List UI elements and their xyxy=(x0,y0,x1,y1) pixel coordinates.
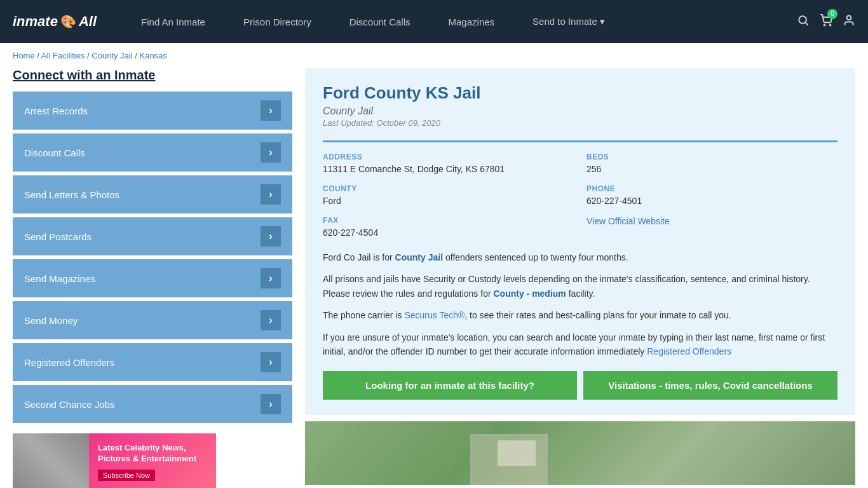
breadcrumb-all-facilities[interactable]: All Facilities xyxy=(41,51,85,60)
svg-line-1 xyxy=(806,22,808,25)
logo-text: inmate xyxy=(13,13,58,30)
phone-label: PHONE xyxy=(587,184,837,193)
sidebar-arrow: › xyxy=(261,352,281,372)
nav-discount-calls[interactable]: Discount Calls xyxy=(330,17,430,27)
sidebar: Connect with an Inmate Arrest Records › … xyxy=(13,68,292,488)
sidebar-item-send-magazines[interactable]: Send Magazines › xyxy=(13,259,292,297)
visitations-button[interactable]: Visitations - times, rules, Covid cancel… xyxy=(583,371,837,400)
main-container: Connect with an Inmate Arrest Records › … xyxy=(0,68,868,488)
sidebar-item-label: Second Chance Jobs xyxy=(24,399,115,410)
sidebar-arrow: › xyxy=(261,142,281,163)
sidebar-item-registered-offenders[interactable]: Registered Offenders › xyxy=(13,343,292,381)
beds-block: BEDS 256 xyxy=(587,152,837,174)
sidebar-arrow: › xyxy=(261,100,281,121)
facility-description: Ford Co Jail is for County Jail offender… xyxy=(323,250,837,358)
sidebar-arrow: › xyxy=(261,310,281,330)
sidebar-arrow: › xyxy=(261,268,281,288)
desc-paragraph-2: All prisons and jails have Security or C… xyxy=(323,272,837,301)
nav-icons: 0 xyxy=(797,14,855,30)
sidebar-item-label: Arrest Records xyxy=(24,105,88,116)
action-buttons: Looking for an inmate at this facility? … xyxy=(323,371,837,400)
breadcrumb-home[interactable]: Home xyxy=(13,51,35,60)
sidebar-item-send-letters[interactable]: Send Letters & Photos › xyxy=(13,175,292,214)
address-block: ADDRESS 11311 E Comanche St, Dodge City,… xyxy=(323,152,574,174)
facility-details: ADDRESS 11311 E Comanche St, Dodge City,… xyxy=(323,140,837,238)
facility-map xyxy=(305,421,855,485)
nav-send-to-inmate[interactable]: Send to Inmate ▾ xyxy=(513,16,624,27)
ad-banner[interactable]: Us Latest Celebrity News, Pictures & Ent… xyxy=(13,433,216,488)
county-value: Ford xyxy=(323,196,574,206)
desc-paragraph-1: Ford Co Jail is for County Jail offender… xyxy=(323,250,837,264)
nav-find-inmate[interactable]: Find An Inmate xyxy=(122,17,224,27)
svg-point-4 xyxy=(847,15,851,20)
nav-prison-directory[interactable]: Prison Directory xyxy=(224,17,330,27)
facility-type: County Jail xyxy=(323,105,837,117)
content-area: Ford County KS Jail County Jail Last Upd… xyxy=(305,68,855,488)
looking-for-inmate-button[interactable]: Looking for an inmate at this facility? xyxy=(323,371,577,400)
registered-offenders-link[interactable]: Registered Offenders xyxy=(647,346,731,356)
beds-label: BEDS xyxy=(587,152,837,161)
address-label: ADDRESS xyxy=(323,152,574,161)
desc-paragraph-4: If you are unsure of your inmate's locat… xyxy=(323,330,837,359)
breadcrumb-kansas[interactable]: Kansas xyxy=(139,51,166,60)
county-jail-link-1[interactable]: County Jail xyxy=(395,252,443,262)
logo-all: All xyxy=(79,13,97,30)
facility-last-updated: Last Updated: October 09, 2020 xyxy=(323,118,837,128)
svg-point-3 xyxy=(830,24,831,25)
ad-subscribe-button[interactable]: Subscribe Now xyxy=(98,470,155,481)
sidebar-arrow: › xyxy=(261,184,281,205)
sidebar-item-label: Send Letters & Photos xyxy=(24,189,119,200)
nav-magazines[interactable]: Magazines xyxy=(430,17,514,27)
breadcrumb: Home / All Facilities / County Jail / Ka… xyxy=(0,43,868,68)
county-block: COUNTY Ford xyxy=(323,184,574,206)
sidebar-item-second-chance-jobs[interactable]: Second Chance Jobs › xyxy=(13,385,292,423)
ad-content: Latest Celebrity News, Pictures & Entert… xyxy=(89,437,216,487)
county-medium-link[interactable]: County - medium xyxy=(493,288,566,299)
search-icon[interactable] xyxy=(797,14,810,30)
ad-title: Latest Celebrity News, Pictures & Entert… xyxy=(98,443,207,464)
sidebar-item-discount-calls[interactable]: Discount Calls › xyxy=(13,133,292,172)
sidebar-item-send-money[interactable]: Send Money › xyxy=(13,301,292,339)
cart-icon[interactable]: 0 xyxy=(820,14,832,30)
main-header: inmate 🎨 All Find An Inmate Prison Direc… xyxy=(0,0,868,43)
logo[interactable]: inmate 🎨 All xyxy=(13,13,97,30)
sidebar-arrow: › xyxy=(261,226,281,247)
website-block: View Official Website xyxy=(587,216,837,238)
address-value: 11311 E Comanche St, Dodge City, KS 6780… xyxy=(323,164,574,174)
breadcrumb-county-jail[interactable]: County Jail xyxy=(92,51,132,60)
official-website-link[interactable]: View Official Website xyxy=(587,216,670,226)
sidebar-item-label: Registered Offenders xyxy=(24,357,114,368)
phone-value: 620-227-4501 xyxy=(587,196,837,206)
sidebar-item-label: Send Magazines xyxy=(24,273,95,284)
phone-block: PHONE 620-227-4501 xyxy=(587,184,837,206)
desc-paragraph-3: The phone carrier is Securus Tech®, to s… xyxy=(323,308,837,322)
county-label: COUNTY xyxy=(323,184,574,193)
user-icon[interactable] xyxy=(843,14,855,30)
fax-block: FAX 620-227-4504 xyxy=(323,216,574,238)
sidebar-item-arrest-records[interactable]: Arrest Records › xyxy=(13,92,292,130)
securus-link[interactable]: Securus Tech® xyxy=(404,310,465,320)
main-nav: Find An Inmate Prison Directory Discount… xyxy=(122,16,784,27)
sidebar-item-label: Send Money xyxy=(24,315,78,326)
fax-value: 620-227-4504 xyxy=(323,227,574,238)
fax-label: FAX xyxy=(323,216,574,225)
cart-badge: 0 xyxy=(827,9,837,19)
logo-icon: 🎨 xyxy=(60,14,76,29)
sidebar-title: Connect with an Inmate xyxy=(13,68,292,83)
beds-value: 256 xyxy=(587,164,837,174)
svg-point-2 xyxy=(824,24,825,25)
facility-name: Ford County KS Jail xyxy=(323,83,837,103)
sidebar-item-label: Discount Calls xyxy=(24,147,85,158)
sidebar-item-label: Send Postcards xyxy=(24,231,92,242)
sidebar-item-send-postcards[interactable]: Send Postcards › xyxy=(13,217,292,255)
ad-image: Us xyxy=(13,433,89,488)
svg-point-0 xyxy=(799,16,806,24)
sidebar-arrow: › xyxy=(261,394,281,414)
facility-card: Ford County KS Jail County Jail Last Upd… xyxy=(305,68,855,415)
